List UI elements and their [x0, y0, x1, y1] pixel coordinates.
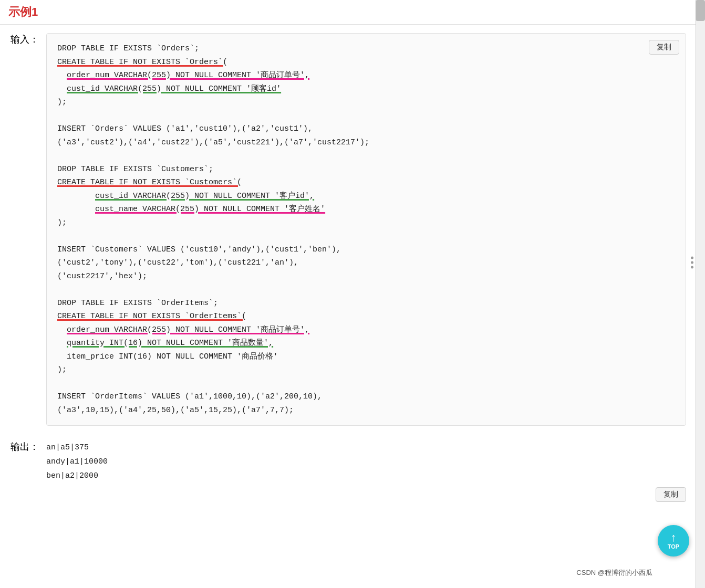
cust-id-orders-line: cust_id VARCHAR(255) NOT NULL COMMENT '顾…	[67, 85, 281, 93]
code-line-13: INSERT `Customers` VALUES ('cust10','and…	[57, 243, 675, 257]
code-line-5: );	[57, 96, 675, 109]
code-line-blank3	[57, 229, 675, 243]
code-line-23: ('a3',10,15),('a4',25,50),('a5',15,25),(…	[57, 404, 675, 417]
code-line-blank5	[57, 377, 675, 391]
output-row-1: an|a5|375	[46, 440, 686, 455]
input-section: 输入： 复制 DROP TABLE IF EXISTS `Orders`; CR…	[11, 33, 686, 434]
csdn-watermark: CSDN @程博衍的小西瓜	[576, 568, 652, 578]
code-line-11: cust_name VARCHAR(255) NOT NULL COMMENT …	[57, 203, 675, 216]
output-row-3: ben|a2|2000	[46, 469, 686, 483]
code-line-12: );	[57, 216, 675, 230]
code-line-blank2	[57, 149, 675, 163]
code-line-21: );	[57, 363, 675, 377]
code-line-15: ('cust2217','hex');	[57, 270, 675, 284]
top-button[interactable]: ↑ TOP	[658, 525, 689, 556]
code-line-6: INSERT `Orders` VALUES ('a1','cust10'),(…	[57, 122, 675, 136]
page-container: 示例1 输入： 复制 DROP TABLE IF EXISTS `Orders`…	[0, 0, 705, 588]
code-line-1: DROP TABLE IF EXISTS `Orders`;	[57, 42, 675, 56]
code-line-22: INSERT `OrderItems` VALUES ('a1',1000,10…	[57, 390, 675, 404]
code-line-19: quantity INT(16) NOT NULL COMMENT '商品数量'…	[57, 337, 675, 350]
input-label: 输入：	[11, 33, 42, 46]
scrollbar-thumb[interactable]	[696, 0, 705, 21]
code-line-blank1	[57, 109, 675, 123]
create-customers-keyword: CREATE TABLE IF NOT EXISTS `Customers`(	[57, 178, 242, 187]
copy-button-2[interactable]: 复制	[656, 487, 686, 502]
output-section: 输出： an|a5|375 andy|a1|10000 ben|a2|2000 …	[11, 440, 686, 502]
page-title: 示例1	[8, 4, 38, 20]
output-row-2: andy|a1|10000	[46, 455, 686, 469]
cust-id-customers-line: cust_id VARCHAR(255) NOT NULL COMMENT '客…	[95, 192, 314, 201]
code-line-17: CREATE TABLE IF NOT EXISTS `OrderItems`(	[57, 310, 675, 323]
content-area: 输入： 复制 DROP TABLE IF EXISTS `Orders`; CR…	[0, 25, 705, 510]
create-orderitems-keyword: CREATE TABLE IF NOT EXISTS `OrderItems`(	[57, 312, 246, 321]
code-line-3: order_num VARCHAR(255) NOT NULL COMMENT …	[57, 69, 675, 82]
code-line-18: order_num VARCHAR(255) NOT NULL COMMENT …	[57, 323, 675, 337]
top-label: TOP	[668, 543, 679, 550]
output-label: 输出：	[11, 440, 42, 453]
code-line-10: cust_id VARCHAR(255) NOT NULL COMMENT '客…	[57, 190, 675, 203]
code-line-9: CREATE TABLE IF NOT EXISTS `Customers`(	[57, 176, 675, 190]
code-block: 复制 DROP TABLE IF EXISTS `Orders`; CREATE…	[46, 33, 686, 426]
quantity-line: quantity INT(16) NOT NULL COMMENT '商品数量'…	[67, 339, 273, 348]
code-line-2: CREATE TABLE IF NOT EXISTS `Orders`(	[57, 56, 675, 69]
title-bar: 示例1	[0, 0, 705, 25]
code-line-8: DROP TABLE IF EXISTS `Customers`;	[57, 163, 675, 176]
create-orders-keyword: CREATE TABLE IF NOT EXISTS `Orders`(	[57, 58, 227, 67]
output-values: an|a5|375 andy|a1|10000 ben|a2|2000	[46, 440, 686, 483]
code-line-16: DROP TABLE IF EXISTS `OrderItems`;	[57, 297, 675, 310]
code-line-14: ('cust2','tony'),('cust22','tom'),('cust…	[57, 256, 675, 270]
code-line-7: ('a3','cust2'),('a4','cust22'),('a5','cu…	[57, 136, 675, 150]
code-line-4: cust_id VARCHAR(255) NOT NULL COMMENT '顾…	[57, 82, 675, 96]
output-content: an|a5|375 andy|a1|10000 ben|a2|2000 复制	[46, 440, 686, 502]
code-line-blank4	[57, 283, 675, 297]
cust-name-line: cust_name VARCHAR(255) NOT NULL COMMENT …	[95, 205, 325, 214]
order-num-items-line: order_num VARCHAR(255) NOT NULL COMMENT …	[67, 326, 309, 334]
code-line-20: item_price INT(16) NOT NULL COMMENT '商品价…	[57, 350, 675, 364]
top-arrow-icon: ↑	[671, 532, 677, 543]
order-num-line: order_num VARCHAR(255) NOT NULL COMMENT …	[67, 71, 309, 80]
